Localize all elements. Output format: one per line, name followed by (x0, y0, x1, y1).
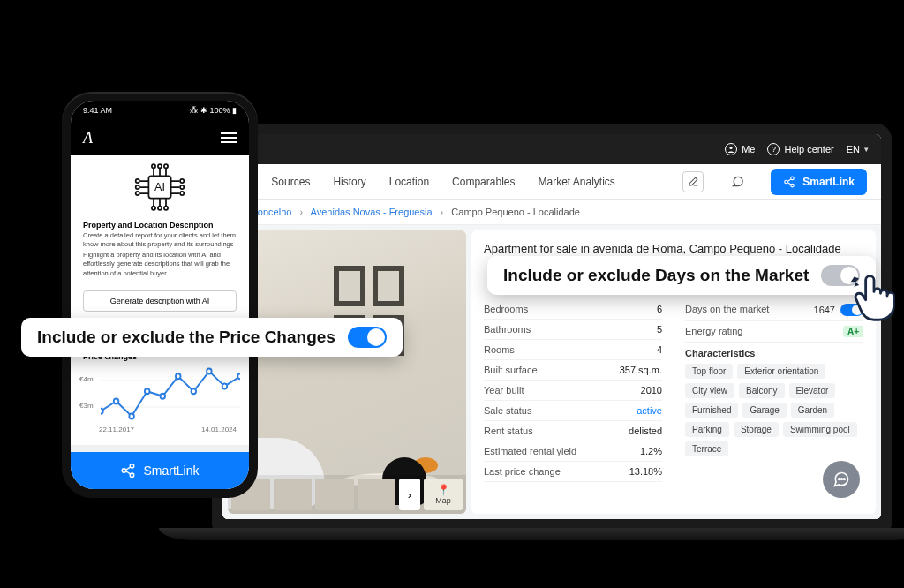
tab-market[interactable]: Market Analytics (538, 176, 614, 188)
thumbs-next[interactable]: › (399, 479, 420, 510)
callout-days-on-market: Include or exclude Days on the Market (487, 256, 876, 295)
tab-bar: on Sources History Location Comparables … (222, 164, 881, 200)
property-photo[interactable]: › 📍 Map (228, 230, 466, 514)
me-label: Me (742, 144, 755, 155)
detail-key: Energy rating (685, 326, 742, 337)
svg-point-6 (844, 479, 846, 480)
svg-point-11 (136, 192, 139, 195)
detail-key: Estimated rental yield (484, 446, 576, 456)
detail-row: Estimated rental yield 1.2% (484, 441, 662, 462)
detail-value: 5 (657, 324, 662, 335)
svg-point-27 (160, 393, 165, 398)
app-logo[interactable]: A (83, 129, 93, 147)
detail-row: Bedrooms 6 (484, 299, 662, 320)
photo-thumbnails: › 📍 Map (228, 475, 466, 514)
phone-smartlink-button[interactable]: SmartLink (71, 452, 249, 489)
price-changes-chart: €4m €3m 22.11.2017 14.01.2024 (79, 363, 240, 433)
characteristic-chip: Furnished (685, 403, 738, 418)
svg-point-0 (730, 147, 733, 149)
svg-point-14 (180, 192, 184, 195)
characteristic-chip: Garden (791, 403, 834, 418)
tab-sources[interactable]: Sources (271, 176, 310, 188)
svg-point-31 (222, 383, 228, 388)
svg-point-18 (152, 207, 155, 210)
svg-point-20 (164, 207, 168, 210)
ai-paragraph-1: Create a detailed report for your client… (83, 231, 237, 249)
breadcrumb: n - Concelho › Avenidas Novas - Freguesi… (222, 200, 881, 225)
language-switch[interactable]: EN ▾ (847, 144, 869, 155)
comment-icon[interactable] (727, 171, 748, 192)
phone-frame: 9:41 AM ⁂ ✱ 100% ▮ A AI Property and Loc… (62, 92, 258, 498)
app-topbar: Me ? Help center EN ▾ (222, 134, 881, 164)
svg-point-5 (841, 479, 843, 480)
svg-point-9 (136, 179, 139, 183)
status-time: 9:41 AM (83, 106, 112, 115)
detail-row: Last price change 13.18% (484, 462, 662, 482)
smartlink-label: SmartLink (802, 176, 855, 188)
svg-point-17 (164, 164, 168, 168)
x-tick-start: 22.11.2017 (99, 426, 134, 433)
svg-point-34 (131, 464, 135, 469)
svg-text:AI: AI (154, 181, 165, 193)
y-tick-4m: €4m (79, 375, 94, 383)
ai-paragraph-2: Highlight a property and its location wi… (83, 251, 237, 277)
detail-value: 4 (657, 344, 662, 355)
detail-row: Year built 2010 (484, 381, 662, 401)
thumb[interactable] (358, 479, 396, 510)
svg-point-12 (180, 179, 184, 183)
user-icon (725, 143, 737, 155)
energy-badge: A+ (843, 326, 863, 337)
svg-point-15 (152, 164, 155, 168)
svg-point-4 (839, 479, 840, 480)
generate-ai-button[interactable]: Generate description with AI (83, 290, 237, 312)
detail-row: Days on the market1647 (685, 299, 863, 321)
thumbs-map[interactable]: 📍 Map (424, 479, 463, 510)
characteristic-chip: Parking (685, 422, 729, 437)
tab-comparables[interactable]: Comparables (452, 176, 515, 188)
detail-row: Sale status active (484, 401, 662, 421)
thumb[interactable] (315, 479, 354, 510)
detail-key: Year built (484, 385, 524, 396)
ai-description-block: AI Property and Location Description Cre… (71, 155, 249, 283)
tab-location[interactable]: Location (389, 176, 429, 188)
smartlink-button[interactable]: SmartLink (771, 169, 867, 195)
details-right-col: Days on the market1647Energy ratingA+ Ch… (685, 299, 863, 482)
detail-key: Bedrooms (484, 304, 528, 314)
svg-point-26 (145, 388, 150, 394)
detail-key: Bathrooms (484, 324, 531, 335)
svg-point-28 (176, 373, 181, 379)
svg-point-32 (237, 373, 240, 379)
help-center[interactable]: ? Help center (767, 143, 833, 155)
callout-days-text: Include or exclude Days on the Market (503, 266, 809, 285)
svg-point-3 (791, 184, 795, 187)
chat-bubble[interactable] (823, 461, 860, 498)
detail-value[interactable]: active (637, 405, 662, 416)
ai-chip-icon: AI (122, 162, 198, 215)
characteristic-chip: Storage (734, 422, 779, 437)
lang-code: EN (847, 144, 860, 155)
ai-heading: Property and Location Description (83, 221, 237, 230)
detail-key: Days on the market (685, 304, 769, 316)
detail-key: Rent status (484, 426, 533, 436)
me-menu[interactable]: Me (725, 143, 755, 155)
detail-value: delisted (629, 426, 662, 436)
hamburger-icon[interactable] (221, 132, 237, 143)
detail-value: 1.2% (640, 446, 662, 456)
svg-point-23 (101, 408, 103, 413)
thumb[interactable] (274, 479, 313, 510)
svg-point-16 (158, 164, 162, 168)
edit-icon[interactable] (682, 171, 704, 192)
svg-point-33 (123, 469, 127, 473)
crumb-2[interactable]: Avenidas Novas - Freguesia (311, 207, 433, 217)
chevron-down-icon: ▾ (864, 145, 869, 154)
callout-price-text: Include or exclude the Price Changes (37, 328, 335, 347)
details-left-col: Bedrooms 6Bathrooms 5Rooms 4Built surfac… (484, 299, 662, 482)
phone-screen: 9:41 AM ⁂ ✱ 100% ▮ A AI Property and Loc… (71, 101, 249, 489)
characteristic-chip: Exterior orientation (737, 364, 825, 379)
detail-key: Rooms (484, 344, 515, 355)
tab-history[interactable]: History (333, 176, 365, 188)
detail-row: Bathrooms 5 (484, 320, 662, 340)
toggle-price-changes[interactable] (348, 327, 387, 348)
detail-row: Energy ratingA+ (685, 321, 863, 343)
phone-smartlink-label: SmartLink (143, 464, 199, 478)
